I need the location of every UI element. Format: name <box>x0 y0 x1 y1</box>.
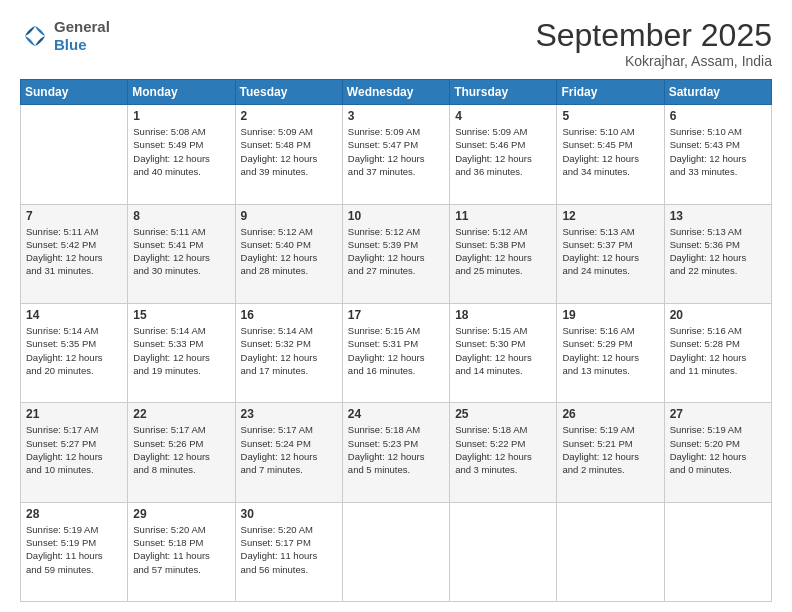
day-info: Sunrise: 5:18 AM Sunset: 5:22 PM Dayligh… <box>455 423 551 476</box>
day-number: 28 <box>26 507 122 521</box>
table-row: 23Sunrise: 5:17 AM Sunset: 5:24 PM Dayli… <box>235 403 342 502</box>
day-info: Sunrise: 5:17 AM Sunset: 5:24 PM Dayligh… <box>241 423 337 476</box>
day-number: 21 <box>26 407 122 421</box>
table-row: 13Sunrise: 5:13 AM Sunset: 5:36 PM Dayli… <box>664 204 771 303</box>
table-row: 6Sunrise: 5:10 AM Sunset: 5:43 PM Daylig… <box>664 105 771 204</box>
table-row <box>21 105 128 204</box>
day-number: 23 <box>241 407 337 421</box>
table-row: 5Sunrise: 5:10 AM Sunset: 5:45 PM Daylig… <box>557 105 664 204</box>
day-info: Sunrise: 5:12 AM Sunset: 5:38 PM Dayligh… <box>455 225 551 278</box>
day-number: 3 <box>348 109 444 123</box>
day-info: Sunrise: 5:19 AM Sunset: 5:21 PM Dayligh… <box>562 423 658 476</box>
table-row <box>664 502 771 601</box>
col-thursday: Thursday <box>450 80 557 105</box>
day-number: 10 <box>348 209 444 223</box>
col-saturday: Saturday <box>664 80 771 105</box>
day-info: Sunrise: 5:14 AM Sunset: 5:35 PM Dayligh… <box>26 324 122 377</box>
calendar-week-row: 7Sunrise: 5:11 AM Sunset: 5:42 PM Daylig… <box>21 204 772 303</box>
table-row: 8Sunrise: 5:11 AM Sunset: 5:41 PM Daylig… <box>128 204 235 303</box>
col-tuesday: Tuesday <box>235 80 342 105</box>
day-info: Sunrise: 5:18 AM Sunset: 5:23 PM Dayligh… <box>348 423 444 476</box>
table-row: 10Sunrise: 5:12 AM Sunset: 5:39 PM Dayli… <box>342 204 449 303</box>
day-number: 14 <box>26 308 122 322</box>
table-row: 30Sunrise: 5:20 AM Sunset: 5:17 PM Dayli… <box>235 502 342 601</box>
col-friday: Friday <box>557 80 664 105</box>
calendar-week-row: 28Sunrise: 5:19 AM Sunset: 5:19 PM Dayli… <box>21 502 772 601</box>
table-row: 27Sunrise: 5:19 AM Sunset: 5:20 PM Dayli… <box>664 403 771 502</box>
table-row: 12Sunrise: 5:13 AM Sunset: 5:37 PM Dayli… <box>557 204 664 303</box>
day-info: Sunrise: 5:19 AM Sunset: 5:20 PM Dayligh… <box>670 423 766 476</box>
day-number: 20 <box>670 308 766 322</box>
day-info: Sunrise: 5:09 AM Sunset: 5:48 PM Dayligh… <box>241 125 337 178</box>
logo-text: General Blue <box>54 18 110 54</box>
table-row: 29Sunrise: 5:20 AM Sunset: 5:18 PM Dayli… <box>128 502 235 601</box>
header: General Blue September 2025 Kokrajhar, A… <box>20 18 772 69</box>
table-row: 26Sunrise: 5:19 AM Sunset: 5:21 PM Dayli… <box>557 403 664 502</box>
day-info: Sunrise: 5:17 AM Sunset: 5:26 PM Dayligh… <box>133 423 229 476</box>
col-sunday: Sunday <box>21 80 128 105</box>
day-number: 9 <box>241 209 337 223</box>
day-info: Sunrise: 5:12 AM Sunset: 5:39 PM Dayligh… <box>348 225 444 278</box>
logo-blue: Blue <box>54 36 110 54</box>
table-row: 11Sunrise: 5:12 AM Sunset: 5:38 PM Dayli… <box>450 204 557 303</box>
table-row: 1Sunrise: 5:08 AM Sunset: 5:49 PM Daylig… <box>128 105 235 204</box>
day-number: 6 <box>670 109 766 123</box>
table-row: 28Sunrise: 5:19 AM Sunset: 5:19 PM Dayli… <box>21 502 128 601</box>
page: General Blue September 2025 Kokrajhar, A… <box>0 0 792 612</box>
calendar-week-row: 21Sunrise: 5:17 AM Sunset: 5:27 PM Dayli… <box>21 403 772 502</box>
table-row: 22Sunrise: 5:17 AM Sunset: 5:26 PM Dayli… <box>128 403 235 502</box>
table-row: 14Sunrise: 5:14 AM Sunset: 5:35 PM Dayli… <box>21 303 128 402</box>
table-row: 3Sunrise: 5:09 AM Sunset: 5:47 PM Daylig… <box>342 105 449 204</box>
col-monday: Monday <box>128 80 235 105</box>
day-info: Sunrise: 5:12 AM Sunset: 5:40 PM Dayligh… <box>241 225 337 278</box>
table-row: 20Sunrise: 5:16 AM Sunset: 5:28 PM Dayli… <box>664 303 771 402</box>
table-row: 17Sunrise: 5:15 AM Sunset: 5:31 PM Dayli… <box>342 303 449 402</box>
day-number: 2 <box>241 109 337 123</box>
day-info: Sunrise: 5:08 AM Sunset: 5:49 PM Dayligh… <box>133 125 229 178</box>
logo: General Blue <box>20 18 110 54</box>
table-row: 25Sunrise: 5:18 AM Sunset: 5:22 PM Dayli… <box>450 403 557 502</box>
calendar-week-row: 1Sunrise: 5:08 AM Sunset: 5:49 PM Daylig… <box>21 105 772 204</box>
day-number: 5 <box>562 109 658 123</box>
day-number: 11 <box>455 209 551 223</box>
location: Kokrajhar, Assam, India <box>535 53 772 69</box>
day-info: Sunrise: 5:20 AM Sunset: 5:18 PM Dayligh… <box>133 523 229 576</box>
table-row: 7Sunrise: 5:11 AM Sunset: 5:42 PM Daylig… <box>21 204 128 303</box>
day-number: 24 <box>348 407 444 421</box>
day-info: Sunrise: 5:17 AM Sunset: 5:27 PM Dayligh… <box>26 423 122 476</box>
day-number: 7 <box>26 209 122 223</box>
day-number: 29 <box>133 507 229 521</box>
table-row: 24Sunrise: 5:18 AM Sunset: 5:23 PM Dayli… <box>342 403 449 502</box>
day-number: 16 <box>241 308 337 322</box>
col-wednesday: Wednesday <box>342 80 449 105</box>
day-info: Sunrise: 5:16 AM Sunset: 5:28 PM Dayligh… <box>670 324 766 377</box>
table-row <box>557 502 664 601</box>
day-info: Sunrise: 5:10 AM Sunset: 5:45 PM Dayligh… <box>562 125 658 178</box>
day-number: 12 <box>562 209 658 223</box>
table-row: 16Sunrise: 5:14 AM Sunset: 5:32 PM Dayli… <box>235 303 342 402</box>
day-info: Sunrise: 5:11 AM Sunset: 5:42 PM Dayligh… <box>26 225 122 278</box>
calendar-header-row: Sunday Monday Tuesday Wednesday Thursday… <box>21 80 772 105</box>
table-row: 4Sunrise: 5:09 AM Sunset: 5:46 PM Daylig… <box>450 105 557 204</box>
day-number: 8 <box>133 209 229 223</box>
calendar-week-row: 14Sunrise: 5:14 AM Sunset: 5:35 PM Dayli… <box>21 303 772 402</box>
day-number: 27 <box>670 407 766 421</box>
logo-general: General <box>54 18 110 36</box>
day-info: Sunrise: 5:14 AM Sunset: 5:32 PM Dayligh… <box>241 324 337 377</box>
title-block: September 2025 Kokrajhar, Assam, India <box>535 18 772 69</box>
table-row <box>342 502 449 601</box>
table-row: 18Sunrise: 5:15 AM Sunset: 5:30 PM Dayli… <box>450 303 557 402</box>
day-info: Sunrise: 5:13 AM Sunset: 5:37 PM Dayligh… <box>562 225 658 278</box>
day-number: 1 <box>133 109 229 123</box>
day-info: Sunrise: 5:20 AM Sunset: 5:17 PM Dayligh… <box>241 523 337 576</box>
day-info: Sunrise: 5:11 AM Sunset: 5:41 PM Dayligh… <box>133 225 229 278</box>
day-number: 19 <box>562 308 658 322</box>
day-number: 18 <box>455 308 551 322</box>
day-info: Sunrise: 5:13 AM Sunset: 5:36 PM Dayligh… <box>670 225 766 278</box>
day-number: 15 <box>133 308 229 322</box>
day-info: Sunrise: 5:09 AM Sunset: 5:46 PM Dayligh… <box>455 125 551 178</box>
day-number: 22 <box>133 407 229 421</box>
month-title: September 2025 <box>535 18 772 53</box>
day-number: 30 <box>241 507 337 521</box>
table-row: 15Sunrise: 5:14 AM Sunset: 5:33 PM Dayli… <box>128 303 235 402</box>
